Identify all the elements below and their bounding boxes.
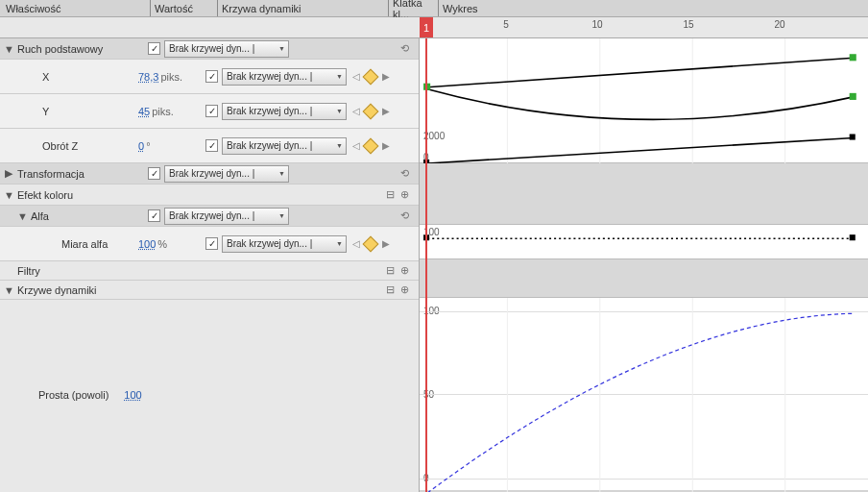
keyframe-toggle-icon[interactable] [363,137,379,154]
ease-checkbox[interactable]: ✓ [205,70,218,83]
next-key-icon[interactable]: ▶ [380,237,391,251]
ease-dropdown[interactable]: Brak krzywej dyn... | [164,40,289,58]
next-key-icon[interactable]: ▶ [380,105,391,118]
header-value[interactable]: Wartość [150,0,217,16]
ease-dropdown[interactable]: Brak krzywej dyn... | [222,235,347,253]
disclosure-triangle-icon[interactable]: ▶ [4,167,13,180]
ease-dropdown[interactable]: Brak krzywej dyn... | [222,68,347,86]
disclosure-triangle-icon[interactable]: ▼ [4,189,13,201]
disclosure-triangle-icon[interactable]: ▼ [17,210,27,222]
svg-rect-8 [850,134,856,139]
section-filters[interactable]: Filtry ⊟⊕ [0,261,419,281]
value-input-y[interactable]: 45 [138,106,150,117]
ease-dropdown[interactable]: Brak krzywej dyn... | [222,137,347,155]
disclosure-triangle-icon[interactable]: ▼ [4,284,13,296]
property-label: Miara alfa [4,238,138,250]
ease-checkbox[interactable]: ✓ [205,139,218,152]
value-input-x[interactable]: 78,3 [138,71,158,83]
value-input-rotz[interactable]: 0 [138,140,144,152]
graph-alpha[interactable]: 100 [420,225,868,259]
property-row-x: X 78,3piks. ✓ Brak krzywej dyn... | ◁ ▶ [0,60,419,94]
next-key-icon[interactable]: ▶ [380,70,391,84]
disclosure-triangle-icon[interactable]: ▼ [4,43,13,55]
prev-key-icon[interactable]: ◁ [350,105,361,118]
property-row-alpha-measure: Miara alfa 100% ✓ Brak krzywej dyn... | … [0,227,419,261]
section-alpha[interactable]: ▼ Alfa ✓ Brak krzywej dyn... | ⟲ [0,206,419,227]
column-headers: Właściwość Wartość Krzywa dynamiki Klatk… [0,0,868,17]
graph-ease-curve[interactable]: 100 50 0 [420,298,868,490]
graph-spacer [420,259,868,298]
ease-checkbox[interactable]: ✓ [205,105,218,117]
timeline-ruler[interactable]: 1 5 10 15 20 [0,17,868,38]
ease-preset-value[interactable]: 100 [124,389,141,401]
reset-icon[interactable]: ⟲ [400,42,409,55]
property-tree: ▼ Ruch podstawowy ✓ Brak krzywej dyn... … [0,38,420,492]
section-label: Ruch podstawowy [13,43,148,55]
remove-icon[interactable]: ⊟ [386,188,395,201]
ease-checkbox[interactable]: ✓ [205,237,218,250]
ease-preset-row: Prosta (powoli) 100 [38,389,142,401]
ease-checkbox[interactable]: ✓ [148,209,160,222]
svg-rect-5 [850,54,856,61]
value-input-alpha[interactable]: 100 [138,238,156,250]
ruler-tick-5: 5 [503,19,509,30]
ease-dropdown[interactable]: Brak krzywej dyn... | [164,165,289,183]
remove-icon[interactable]: ⊟ [386,283,395,296]
section-basic-motion[interactable]: ▼ Ruch podstawowy ✓ Brak krzywej dyn... … [0,38,419,60]
prev-key-icon[interactable]: ◁ [350,139,361,153]
header-graph[interactable]: Wykres [438,0,868,16]
header-curve[interactable]: Krzywa dynamiki [217,0,388,16]
remove-icon[interactable]: ⊟ [386,264,395,277]
ease-dropdown[interactable]: Brak krzywej dyn... | [164,208,289,225]
playhead[interactable]: 1 [420,17,433,37]
keyframe-toggle-icon[interactable] [363,235,379,252]
reset-icon[interactable]: ⟲ [400,167,409,180]
keyframe-toggle-icon[interactable] [363,103,379,119]
playhead-label: 1 [423,22,429,34]
ease-checkbox[interactable]: ✓ [148,167,160,180]
property-row-rotz: Obrót Z 0° ✓ Brak krzywej dyn... | ◁ ▶ [0,129,419,163]
section-dynamic-curves[interactable]: ▼ Krzywe dynamiki ⊟⊕ [0,281,419,300]
section-color-effect[interactable]: ▼ Efekt koloru ⊟⊕ [0,184,419,206]
prev-key-icon[interactable]: ◁ [350,70,361,84]
graph-spacer [420,163,868,225]
add-icon[interactable]: ⊕ [400,188,409,201]
ease-preset-label: Prosta (powoli) [38,389,108,401]
graph-xy-rot[interactable]: 2000 0 [420,38,868,163]
prev-key-icon[interactable]: ◁ [350,237,361,251]
unit-label: % [157,238,167,250]
section-label: Efekt koloru [13,189,148,201]
unit-label: piks. [160,71,182,83]
svg-rect-11 [850,234,856,240]
ruler-tick-15: 15 [683,19,693,30]
ruler-tick-20: 20 [774,19,784,30]
reset-icon[interactable]: ⟲ [400,209,409,222]
unit-label: ° [146,140,150,152]
section-label: Transformacja [13,168,148,180]
add-icon[interactable]: ⊕ [400,283,409,296]
property-row-y: Y 45piks. ✓ Brak krzywej dyn... | ◁ ▶ [0,94,419,129]
header-keyframe[interactable]: Klatka kl... [388,0,438,16]
next-key-icon[interactable]: ▶ [380,139,391,153]
property-label: Y [4,106,138,117]
property-label: X [4,71,138,83]
playhead-line [425,38,427,492]
ease-checkbox[interactable]: ✓ [148,42,160,55]
section-transformation[interactable]: ▶ Transformacja ✓ Brak krzywej dyn... | … [0,163,419,184]
ruler-tick-10: 10 [591,19,602,30]
property-label: Obrót Z [4,140,138,152]
unit-label: piks. [152,106,174,117]
header-property[interactable]: Właściwość [0,0,150,16]
section-label: Alfa [27,210,148,222]
section-label: Krzywe dynamiki [13,284,148,296]
keyframe-toggle-icon[interactable] [363,68,379,85]
ease-dropdown[interactable]: Brak krzywej dyn... | [222,103,347,120]
graph-area[interactable]: 2000 0 100 100 50 0 [420,38,868,492]
add-icon[interactable]: ⊕ [400,264,409,277]
section-label: Filtry [4,265,138,277]
svg-rect-6 [850,93,856,100]
